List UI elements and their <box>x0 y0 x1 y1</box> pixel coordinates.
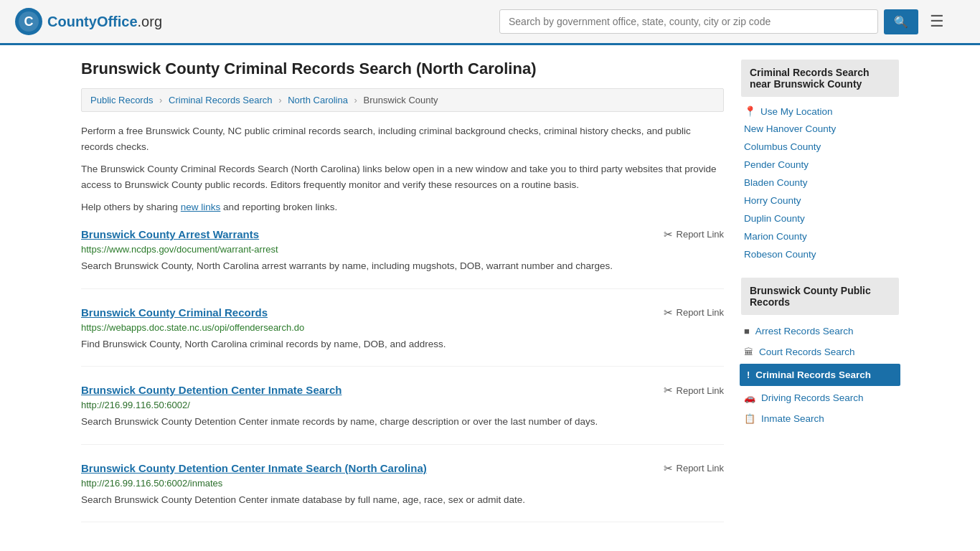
inmate-search-link[interactable]: Inmate Search <box>761 413 824 424</box>
breadcrumb: Public Records › Criminal Records Search… <box>81 88 724 112</box>
intro-paragraph-3: Help others by sharing new links and rep… <box>81 199 724 215</box>
location-icon: 📍 <box>744 105 756 117</box>
result-desc: Search Brunswick County Detention Center… <box>81 414 724 430</box>
nearby-section: Criminal Records Search near Brunswick C… <box>741 60 899 263</box>
driving-records-icon: 🚗 <box>744 392 755 403</box>
result-item: Brunswick County Detention Center Inmate… <box>81 462 724 523</box>
report-icon: ✂ <box>664 462 673 475</box>
result-title-link[interactable]: Brunswick County Arrest Warrants <box>81 228 259 240</box>
criminal-records-icon: ! <box>747 369 750 380</box>
result-desc: Search Brunswick County Detention Center… <box>81 492 724 508</box>
use-location-item[interactable]: 📍 Use My Location <box>741 103 899 120</box>
county-link[interactable]: Pender County <box>741 156 899 174</box>
breadcrumb-sep2: › <box>278 95 281 105</box>
breadcrumb-criminal-records-search[interactable]: Criminal Records Search <box>169 95 273 105</box>
public-records-header: Brunswick County Public Records <box>741 278 899 315</box>
logo-text: CountyOffice.org <box>47 14 162 30</box>
sidebar: Criminal Records Search near Brunswick C… <box>741 60 899 540</box>
breadcrumb-north-carolina[interactable]: North Carolina <box>288 95 348 105</box>
result-url: https://webapps.doc.state.nc.us/opi/offe… <box>81 322 724 333</box>
county-link[interactable]: Robeson County <box>741 245 899 263</box>
result-title-row: Brunswick County Criminal Records ✂ Repo… <box>81 306 724 319</box>
report-link[interactable]: ✂ Report Link <box>664 384 724 397</box>
result-title-link[interactable]: Brunswick County Criminal Records <box>81 306 268 319</box>
criminal-records-link[interactable]: Criminal Records Search <box>755 369 871 380</box>
sidebar-item-criminal-records[interactable]: ! Criminal Records Search <box>740 364 900 386</box>
result-desc: Search Brunswick County, North Carolina … <box>81 258 724 274</box>
result-url: https://www.ncdps.gov/document/warrant-a… <box>81 244 724 255</box>
use-location-link[interactable]: Use My Location <box>760 106 833 117</box>
driving-records-link[interactable]: Driving Records Search <box>761 392 864 403</box>
result-url: http://216.99.116.50:6002/ <box>81 400 724 410</box>
sidebar-item-inmate-search[interactable]: 📋 Inmate Search <box>741 408 899 429</box>
report-icon: ✂ <box>664 384 673 397</box>
result-title-row: Brunswick County Detention Center Inmate… <box>81 384 724 397</box>
search-button[interactable]: 🔍 <box>884 9 918 34</box>
new-links-link[interactable]: new links <box>181 202 221 212</box>
breadcrumb-current: Brunswick County <box>364 95 438 105</box>
report-link[interactable]: ✂ Report Link <box>664 228 724 241</box>
report-label: Report Link <box>677 463 724 474</box>
result-item: Brunswick County Detention Center Inmate… <box>81 384 724 445</box>
court-records-icon: 🏛 <box>744 347 753 357</box>
county-link[interactable]: New Hanover County <box>741 120 899 138</box>
report-icon: ✂ <box>664 306 673 319</box>
result-item: Brunswick County Arrest Warrants ✂ Repor… <box>81 228 724 289</box>
intro3-after: and reporting broken links. <box>220 202 337 212</box>
report-icon: ✂ <box>664 228 673 241</box>
main-content: Brunswick County Criminal Records Search… <box>81 60 724 540</box>
search-input[interactable] <box>499 9 878 34</box>
nearby-header: Criminal Records Search near Brunswick C… <box>741 60 899 97</box>
county-link[interactable]: Duplin County <box>741 209 899 227</box>
page-title: Brunswick County Criminal Records Search… <box>81 60 724 78</box>
svg-text:C: C <box>24 14 34 29</box>
report-label: Report Link <box>677 229 724 240</box>
county-link[interactable]: Columbus County <box>741 138 899 156</box>
intro-paragraph-2: The Brunswick County Criminal Records Se… <box>81 161 724 192</box>
sidebar-item-driving-records[interactable]: 🚗 Driving Records Search <box>741 387 899 408</box>
search-area: 🔍 ☰ <box>499 9 944 34</box>
result-title-row: Brunswick County Arrest Warrants ✂ Repor… <box>81 228 724 241</box>
breadcrumb-sep1: › <box>159 95 162 105</box>
county-link[interactable]: Bladen County <box>741 174 899 192</box>
site-header: C CountyOffice.org 🔍 ☰ <box>0 0 980 45</box>
result-url: http://216.99.116.50:6002/inmates <box>81 478 724 489</box>
menu-icon[interactable]: ☰ <box>930 12 944 31</box>
intro3-before: Help others by sharing <box>81 202 181 212</box>
result-title-link[interactable]: Brunswick County Detention Center Inmate… <box>81 384 341 396</box>
inmate-search-icon: 📋 <box>744 413 755 424</box>
county-link[interactable]: Horry County <box>741 192 899 209</box>
court-records-link[interactable]: Court Records Search <box>759 347 855 357</box>
result-item: Brunswick County Criminal Records ✂ Repo… <box>81 306 724 367</box>
result-title-link[interactable]: Brunswick County Detention Center Inmate… <box>81 462 427 474</box>
result-title-row: Brunswick County Detention Center Inmate… <box>81 462 724 475</box>
arrest-records-icon: ■ <box>744 326 750 336</box>
breadcrumb-sep3: › <box>354 95 357 105</box>
logo-area: C CountyOffice.org <box>14 7 162 36</box>
report-link[interactable]: ✂ Report Link <box>664 306 724 319</box>
county-link[interactable]: Marion County <box>741 227 899 245</box>
intro-paragraph-1: Perform a free Brunswick County, NC publ… <box>81 123 724 154</box>
sidebar-item-arrest-records[interactable]: ■ Arrest Records Search <box>741 321 899 342</box>
logo-icon: C <box>14 7 43 36</box>
report-link[interactable]: ✂ Report Link <box>664 462 724 475</box>
arrest-records-link[interactable]: Arrest Records Search <box>755 326 854 336</box>
sidebar-item-court-records[interactable]: 🏛 Court Records Search <box>741 342 899 362</box>
report-label: Report Link <box>677 307 724 318</box>
report-label: Report Link <box>677 385 724 396</box>
public-records-section: Brunswick County Public Records ■ Arrest… <box>741 278 899 429</box>
breadcrumb-public-records[interactable]: Public Records <box>90 95 153 105</box>
result-desc: Find Brunswick County, North Carolina cr… <box>81 336 724 352</box>
